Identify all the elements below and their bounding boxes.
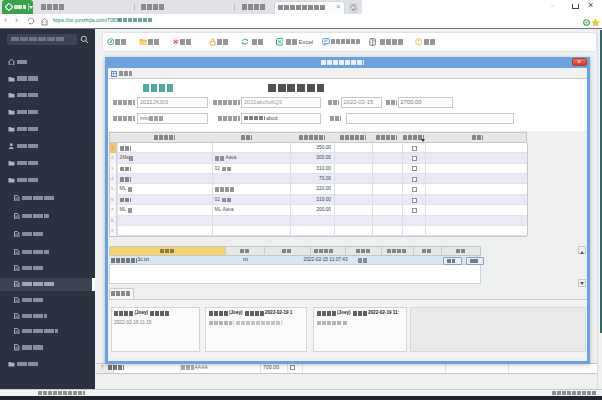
- svg-text:?: ?: [417, 40, 420, 45]
